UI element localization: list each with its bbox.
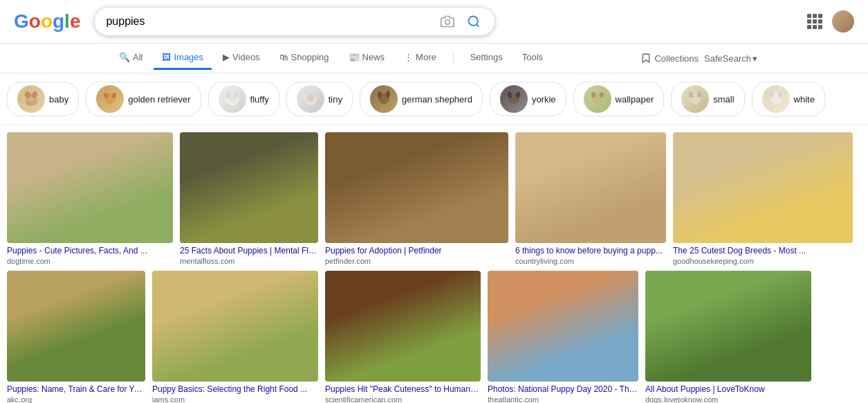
header-right (807, 10, 854, 33)
chip-image-german (370, 85, 398, 113)
chip-image-white (762, 85, 790, 113)
filter-chip-golden[interactable]: golden retriever (86, 82, 201, 116)
chip-label-fluffy: fluffy (250, 94, 269, 105)
tab-images[interactable]: 🖼 Images (154, 46, 212, 70)
filter-chip-baby[interactable]: baby (7, 82, 79, 116)
image-card-7[interactable]: Puppy Basics: Selecting the Right Food .… (152, 271, 318, 403)
search-icons (438, 12, 483, 31)
image-card-10[interactable]: All About Puppies | LoveToKnow dogs.love… (645, 271, 811, 403)
search-bar[interactable]: puppies (94, 7, 495, 36)
shopping-icon: 🛍 (279, 52, 288, 62)
chip-image-yorkie (500, 85, 528, 113)
tab-shopping[interactable]: 🛍 Shopping (271, 46, 338, 70)
chip-label-german: german shepherd (402, 94, 472, 105)
avatar[interactable] (832, 10, 854, 33)
apps-icon[interactable] (807, 14, 822, 29)
tab-news[interactable]: 📰 News (340, 46, 394, 70)
image-card-1[interactable]: Puppies - Cute Pictures, Facts, And ... … (7, 132, 173, 271)
image-grid-row2: Puppies: Name, Train & Care for Your ...… (0, 271, 868, 403)
white-silhouette (766, 89, 786, 109)
tab-all-label: All (133, 52, 142, 62)
filter-chip-tiny[interactable]: tiny (286, 82, 353, 116)
camera-icon (441, 15, 454, 28)
filter-chip-fluffy[interactable]: fluffy (208, 82, 279, 116)
puppy-silhouette (21, 89, 41, 109)
chip-label-small: small (713, 94, 734, 105)
tiny-silhouette (300, 89, 321, 109)
search-button[interactable] (464, 12, 483, 31)
collections-link[interactable]: Collections (640, 53, 699, 64)
images-icon: 🖼 (162, 52, 171, 62)
nav-tabs: 🔍 All 🖼 Images ▶ Videos 🛍 Shopping 📰 New… (0, 44, 868, 73)
image-card-4[interactable]: 6 things to know before buying a pupp...… (515, 132, 666, 271)
videos-icon: ▶ (223, 52, 230, 62)
chip-image-baby (17, 85, 45, 113)
tab-all[interactable]: 🔍 All (111, 46, 151, 70)
filter-chip-german[interactable]: german shepherd (360, 82, 483, 116)
golden-silhouette (100, 89, 120, 109)
news-icon: 📰 (349, 52, 360, 62)
tab-news-label: News (362, 52, 385, 62)
image-card-3[interactable]: Puppies for Adoption | Petfinder petfind… (325, 132, 508, 271)
tab-more[interactable]: ⋮ More (396, 46, 445, 70)
image-grid-row1: Puppies - Cute Pictures, Facts, And ... … (0, 125, 868, 271)
camera-search-button[interactable] (438, 12, 457, 31)
chip-image-fluffy (219, 85, 246, 113)
tab-images-label: Images (174, 52, 203, 62)
collections-label: Collections (654, 53, 699, 64)
image-card-8[interactable]: Puppies Hit "Peak Cuteness" to Humans ..… (325, 271, 481, 403)
chip-label-white: white (794, 94, 815, 105)
search-input[interactable]: puppies (106, 15, 438, 28)
fluffy-silhouette (222, 89, 243, 109)
bookmark-icon (640, 53, 652, 64)
yorkie-silhouette (504, 89, 524, 109)
all-icon: 🔍 (119, 52, 130, 62)
settings-tab[interactable]: Settings (462, 46, 511, 70)
settings-label: Settings (470, 52, 503, 62)
german-silhouette (373, 89, 394, 109)
image-card-5[interactable]: The 25 Cutest Dog Breeds - Most ... good… (673, 132, 853, 271)
filter-chip-small[interactable]: small (671, 82, 744, 116)
google-logo[interactable]: Google (14, 10, 80, 33)
chip-label-baby: baby (49, 94, 68, 105)
chip-label-tiny: tiny (329, 94, 342, 105)
divider (453, 51, 454, 65)
nav-right: Collections SafeSearch ▾ (640, 53, 757, 64)
svg-point-1 (469, 17, 478, 26)
search-icon (467, 15, 481, 28)
chip-image-wallpaper (584, 85, 611, 113)
tools-label: Tools (522, 52, 543, 62)
safe-search-button[interactable]: SafeSearch ▾ (704, 53, 757, 64)
chip-image-small (681, 85, 709, 113)
svg-point-15 (306, 93, 315, 102)
chip-label-wallpaper: wallpaper (616, 94, 654, 105)
filter-chip-wallpaper[interactable]: wallpaper (573, 82, 665, 116)
tab-more-label: More (416, 52, 436, 62)
chip-image-golden (96, 85, 124, 113)
chevron-down-icon: ▾ (752, 53, 757, 64)
tab-videos-label: Videos (232, 52, 260, 62)
image-card-2[interactable]: 25 Facts About Puppies | Mental Floss me… (180, 132, 318, 271)
filter-chip-white[interactable]: white (752, 82, 825, 116)
tools-tab[interactable]: Tools (514, 46, 551, 70)
tab-videos[interactable]: ▶ Videos (214, 46, 268, 70)
header: Google puppies (0, 0, 868, 44)
image-card-9[interactable]: Photos: National Puppy Day 2020 - The ..… (488, 271, 638, 403)
chip-image-tiny (297, 85, 324, 113)
filter-chip-yorkie[interactable]: yorkie (490, 82, 566, 116)
logo-area: Google (14, 10, 80, 33)
tab-shopping-label: Shopping (291, 52, 329, 62)
small-silhouette (685, 89, 705, 109)
svg-line-2 (477, 24, 479, 27)
chip-label-yorkie: yorkie (532, 94, 556, 105)
image-card-6[interactable]: Puppies: Name, Train & Care for Your ...… (7, 271, 145, 403)
more-icon: ⋮ (404, 52, 413, 62)
wallpaper-silhouette (587, 89, 608, 109)
chip-label-golden: golden retriever (128, 94, 190, 105)
svg-point-0 (445, 20, 450, 25)
safe-search-label: SafeSearch (704, 53, 751, 64)
filter-chips: baby golden retriever fluffy (0, 73, 868, 125)
